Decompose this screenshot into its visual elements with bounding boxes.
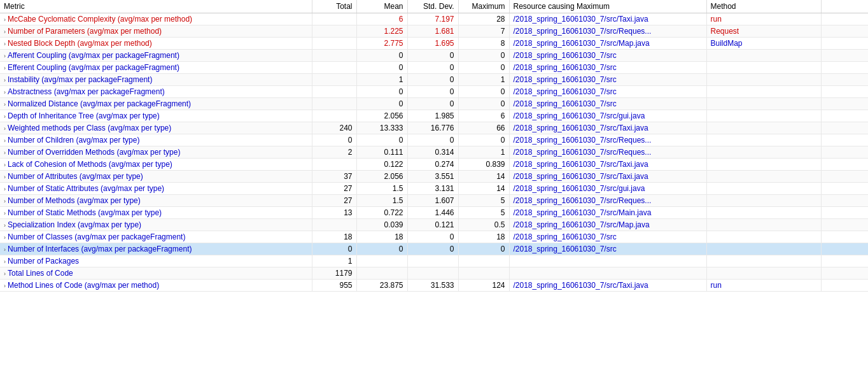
extra-cell: [821, 13, 868, 25]
maximum-cell: 0: [458, 134, 509, 146]
table-row[interactable]: ›Nested Block Depth (avg/max per method)…: [0, 38, 868, 50]
table-row[interactable]: ›Number of Methods (avg/max per type)271…: [0, 195, 868, 207]
table-row[interactable]: ›Number of Static Attributes (avg/max pe…: [0, 183, 868, 195]
mean-cell: 2.056: [356, 110, 407, 122]
total-cell: [312, 110, 356, 122]
row-expand-icon[interactable]: ›: [4, 259, 6, 265]
resource-cell[interactable]: /2018_spring_16061030_7/src/Reques...: [509, 25, 706, 38]
mean-cell: [356, 267, 407, 280]
maximum-cell: 66: [458, 122, 509, 134]
metric-cell: ›Abstractness (avg/max per packageFragme…: [0, 86, 312, 98]
table-row[interactable]: ›Number of Parameters (avg/max per metho…: [0, 25, 868, 38]
resource-cell[interactable]: /2018_spring_16061030_7/src/Map.java: [509, 219, 706, 231]
table-row[interactable]: ›McCabe Cyclomatic Complexity (avg/max p…: [0, 13, 868, 25]
resource-cell[interactable]: /2018_spring_16061030_7/src: [509, 86, 706, 98]
maximum-cell: 14: [458, 183, 509, 195]
resource-cell[interactable]: /2018_spring_16061030_7/src/Main.java: [509, 207, 706, 219]
row-expand-icon[interactable]: ›: [4, 29, 6, 35]
row-expand-icon[interactable]: ›: [4, 41, 6, 47]
total-cell: 240: [312, 122, 356, 134]
row-expand-icon[interactable]: ›: [4, 150, 6, 156]
total-cell: 13: [312, 207, 356, 219]
table-row[interactable]: ›Number of Classes (avg/max per packageF…: [0, 231, 868, 243]
resource-cell[interactable]: /2018_spring_16061030_7/src/Taxi.java: [509, 171, 706, 183]
col-header-resource: Resource causing Maximum: [509, 0, 706, 13]
table-row[interactable]: ›Instability (avg/max per packageFragmen…: [0, 74, 868, 86]
metric-cell: ›Depth of Inheritance Tree (avg/max per …: [0, 110, 312, 122]
table-row[interactable]: ›Depth of Inheritance Tree (avg/max per …: [0, 110, 868, 122]
row-expand-icon[interactable]: ›: [4, 222, 6, 229]
table-row[interactable]: ›Lack of Cohesion of Methods (avg/max pe…: [0, 159, 868, 171]
resource-cell[interactable]: /2018_spring_16061030_7/src: [509, 50, 706, 62]
table-row[interactable]: ›Efferent Coupling (avg/max per packageF…: [0, 62, 868, 74]
row-expand-icon[interactable]: ›: [4, 65, 6, 71]
row-expand-icon[interactable]: ›: [4, 138, 6, 144]
row-expand-icon[interactable]: ›: [4, 77, 6, 83]
metric-cell: ›Total Lines of Code: [0, 267, 312, 280]
row-expand-icon[interactable]: ›: [4, 271, 6, 277]
row-expand-icon[interactable]: ›: [4, 101, 6, 108]
mean-cell: 2.775: [356, 38, 407, 50]
maximum-cell: 5: [458, 207, 509, 219]
row-expand-icon[interactable]: ›: [4, 17, 6, 23]
table-row[interactable]: ›Number of Attributes (avg/max per type)…: [0, 171, 868, 183]
method-cell: [706, 207, 821, 219]
row-expand-icon[interactable]: ›: [4, 283, 6, 289]
metric-label: Number of Parameters (avg/max per method…: [8, 27, 162, 36]
table-row[interactable]: ›Total Lines of Code1179: [0, 267, 868, 280]
table-row[interactable]: ›Number of Packages1: [0, 255, 868, 267]
method-cell: [706, 255, 821, 267]
table-row[interactable]: ›Normalized Distance (avg/max per packag…: [0, 98, 868, 110]
resource-cell[interactable]: /2018_spring_16061030_7/src: [509, 98, 706, 110]
row-expand-icon[interactable]: ›: [4, 234, 6, 241]
row-expand-icon[interactable]: ›: [4, 53, 6, 59]
total-cell: [312, 98, 356, 110]
table-row[interactable]: ›Specialization Index (avg/max per type)…: [0, 219, 868, 231]
resource-cell[interactable]: /2018_spring_16061030_7/src: [509, 243, 706, 255]
resource-cell[interactable]: [509, 267, 706, 280]
total-cell: [312, 13, 356, 25]
table-row[interactable]: ›Weighted methods per Class (avg/max per…: [0, 122, 868, 134]
resource-cell[interactable]: /2018_spring_16061030_7/src/gui.java: [509, 183, 706, 195]
row-expand-icon[interactable]: ›: [4, 113, 6, 120]
table-row[interactable]: ›Number of Static Methods (avg/max per t…: [0, 207, 868, 219]
row-expand-icon[interactable]: ›: [4, 162, 6, 168]
total-cell: 2: [312, 146, 356, 159]
resource-cell[interactable]: /2018_spring_16061030_7/src/Taxi.java: [509, 159, 706, 171]
resource-cell[interactable]: /2018_spring_16061030_7/src/Map.java: [509, 38, 706, 50]
row-expand-icon[interactable]: ›: [4, 246, 6, 253]
maximum-cell: 6: [458, 110, 509, 122]
total-cell: [312, 62, 356, 74]
row-expand-icon[interactable]: ›: [4, 174, 6, 180]
resource-cell[interactable]: /2018_spring_16061030_7/src/Taxi.java: [509, 280, 706, 292]
method-cell: [706, 134, 821, 146]
stddev-cell: 1.695: [407, 38, 458, 50]
table-row[interactable]: ›Number of Interfaces (avg/max per packa…: [0, 243, 868, 255]
row-expand-icon[interactable]: ›: [4, 186, 6, 192]
table-row[interactable]: ›Abstractness (avg/max per packageFragme…: [0, 86, 868, 98]
resource-cell[interactable]: /2018_spring_16061030_7/src: [509, 62, 706, 74]
table-row[interactable]: ›Afferent Coupling (avg/max per packageF…: [0, 50, 868, 62]
row-expand-icon[interactable]: ›: [4, 210, 6, 217]
resource-cell[interactable]: /2018_spring_16061030_7/src/Reques...: [509, 134, 706, 146]
resource-cell[interactable]: [509, 255, 706, 267]
resource-cell[interactable]: /2018_spring_16061030_7/src/Taxi.java: [509, 122, 706, 134]
metric-label: Number of Static Attributes (avg/max per…: [8, 184, 164, 193]
resource-cell[interactable]: /2018_spring_16061030_7/src/gui.java: [509, 110, 706, 122]
resource-cell[interactable]: /2018_spring_16061030_7/src/Reques...: [509, 146, 706, 159]
table-row[interactable]: ›Number of Children (avg/max per type)00…: [0, 134, 868, 146]
method-cell: [706, 171, 821, 183]
table-row[interactable]: ›Number of Overridden Methods (avg/max p…: [0, 146, 868, 159]
total-cell: 955: [312, 280, 356, 292]
mean-cell: 23.875: [356, 280, 407, 292]
resource-cell[interactable]: /2018_spring_16061030_7/src: [509, 231, 706, 243]
row-expand-icon[interactable]: ›: [4, 125, 6, 132]
row-expand-icon[interactable]: ›: [4, 198, 6, 204]
metrics-table: Metric Total Mean Std. Dev. Maximum Reso…: [0, 0, 868, 292]
resource-cell[interactable]: /2018_spring_16061030_7/src/Reques...: [509, 195, 706, 207]
maximum-cell: 14: [458, 171, 509, 183]
resource-cell[interactable]: /2018_spring_16061030_7/src/Taxi.java: [509, 13, 706, 25]
resource-cell[interactable]: /2018_spring_16061030_7/src: [509, 74, 706, 86]
row-expand-icon[interactable]: ›: [4, 89, 6, 96]
table-row[interactable]: ›Method Lines of Code (avg/max per metho…: [0, 280, 868, 292]
